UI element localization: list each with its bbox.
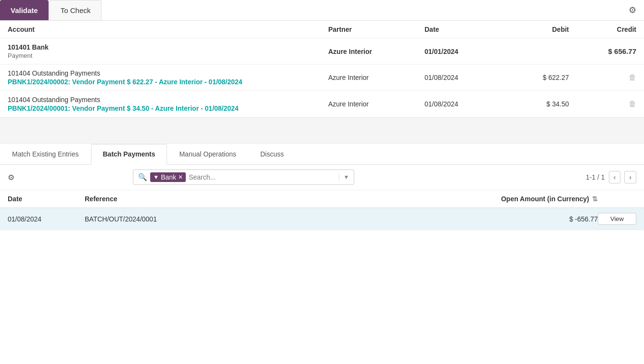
col-reference-header: Reference bbox=[85, 195, 492, 203]
date-value: 01/01/2024 bbox=[425, 48, 502, 55]
view-button[interactable]: View bbox=[598, 213, 636, 225]
validate-button[interactable]: Validate bbox=[0, 0, 49, 20]
delete-icon[interactable]: 🗑 bbox=[629, 100, 636, 108]
delete-icon[interactable]: 🗑 bbox=[629, 73, 636, 82]
table-row: 101404 Outstanding Payments PBNK1/2024/0… bbox=[0, 65, 644, 91]
link-desc: Vendor Payment $ 34.50 - Azure Interior … bbox=[70, 104, 239, 112]
row-reference: BATCH/OUT/2024/0001 bbox=[85, 215, 492, 223]
filter-close-icon[interactable]: ✕ bbox=[178, 174, 183, 181]
dropdown-arrow-icon[interactable]: ▼ bbox=[339, 174, 349, 181]
pagination: 1-1 / 1 ‹ › bbox=[586, 171, 636, 183]
debit-value: $ 622.27 bbox=[502, 74, 569, 81]
bottom-toolbar: ⚙ 🔍 ▼ Bank ✕ ▼ 1-1 / 1 ‹ › bbox=[0, 165, 644, 190]
credit-value: $ 656.77 bbox=[569, 47, 636, 55]
date-value: 01/08/2024 bbox=[425, 100, 502, 108]
section-spacer bbox=[0, 117, 644, 144]
bottom-tab-bar: Match Existing Entries Batch Payments Ma… bbox=[0, 144, 644, 165]
table-row: 101404 Outstanding Payments PBNK1/2024/0… bbox=[0, 91, 644, 117]
partner-value: Azure Interior bbox=[328, 74, 425, 81]
date-value: 01/08/2024 bbox=[425, 74, 502, 81]
tab-match-existing[interactable]: Match Existing Entries bbox=[0, 144, 91, 165]
to-check-tab[interactable]: To Check bbox=[50, 0, 102, 20]
debit-value: $ 34.50 bbox=[502, 100, 569, 108]
row-open-amount: $ -656.77 bbox=[492, 215, 598, 223]
account-col: 101404 Outstanding Payments PBNK1/2024/0… bbox=[8, 69, 328, 86]
tab-discuss[interactable]: Discuss bbox=[248, 144, 296, 165]
prev-page-button[interactable]: ‹ bbox=[609, 171, 621, 183]
link-desc: Vendor Payment $ 622.27 - Azure Interior… bbox=[70, 78, 242, 86]
tab-batch-payments[interactable]: Batch Payments bbox=[91, 144, 167, 165]
date-header: Date bbox=[425, 26, 502, 33]
data-table-headers: Date Reference Open Amount (in Currency)… bbox=[0, 190, 644, 208]
filter-badge[interactable]: ▼ Bank ✕ bbox=[150, 172, 186, 182]
account-header: Account bbox=[8, 26, 328, 33]
account-col: 101404 Outstanding Payments PBNK1/2024/0… bbox=[8, 96, 328, 112]
search-input[interactable] bbox=[189, 173, 336, 181]
debit-header: Debit bbox=[502, 26, 569, 33]
account-col: 101401 Bank Payment bbox=[8, 43, 328, 59]
link-ref[interactable]: PBNK1/2024/00002: bbox=[8, 78, 70, 86]
search-icon: 🔍 bbox=[138, 173, 147, 182]
table-row: 101401 Bank Payment Azure Interior 01/01… bbox=[0, 39, 644, 65]
credit-header: Credit bbox=[569, 26, 636, 33]
entry-link[interactable]: PBNK1/2024/00002: Vendor Payment $ 622.2… bbox=[8, 78, 328, 86]
account-sub: Payment bbox=[8, 52, 328, 59]
col-date-header: Date bbox=[8, 195, 85, 203]
sort-icon[interactable]: ⇅ bbox=[592, 195, 598, 203]
tab-manual-operations[interactable]: Manual Operations bbox=[167, 144, 248, 165]
filter-icon: ▼ bbox=[153, 174, 159, 181]
account-name: 101401 Bank bbox=[8, 43, 328, 51]
filter-label: Bank bbox=[161, 173, 176, 181]
link-ref[interactable]: PBNK1/2024/00001: bbox=[8, 104, 70, 112]
search-bar: 🔍 ▼ Bank ✕ ▼ bbox=[133, 169, 354, 185]
account-name: 101404 Outstanding Payments bbox=[8, 69, 328, 77]
partner-header: Partner bbox=[328, 26, 425, 33]
entry-link[interactable]: PBNK1/2024/00001: Vendor Payment $ 34.50… bbox=[8, 104, 328, 112]
partner-value: Azure Interior bbox=[328, 48, 425, 55]
pagination-text: 1-1 / 1 bbox=[586, 173, 605, 181]
row-date: 01/08/2024 bbox=[8, 215, 85, 223]
top-tab-bar: Validate To Check ⚙ bbox=[0, 0, 644, 21]
settings-icon[interactable]: ⚙ bbox=[621, 0, 644, 20]
gear-icon[interactable]: ⚙ bbox=[8, 173, 14, 182]
partner-value: Azure Interior bbox=[328, 100, 425, 108]
col-action-header bbox=[598, 195, 636, 203]
data-table-row: 01/08/2024 BATCH/OUT/2024/0001 $ -656.77… bbox=[0, 208, 644, 230]
table-column-headers: Account Partner Date Debit Credit bbox=[0, 21, 644, 39]
col-open-amount-header: Open Amount (in Currency) ⇅ bbox=[492, 195, 598, 203]
account-name: 101404 Outstanding Payments bbox=[8, 96, 328, 104]
entries-table: 101401 Bank Payment Azure Interior 01/01… bbox=[0, 39, 644, 117]
next-page-button[interactable]: › bbox=[624, 171, 636, 183]
